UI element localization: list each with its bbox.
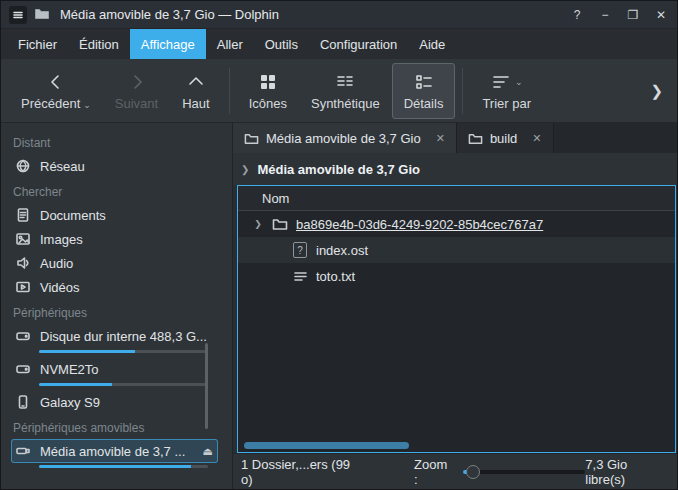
- eject-icon[interactable]: ⏏: [203, 445, 213, 458]
- tab-build[interactable]: build ✕: [457, 123, 554, 153]
- menu-aide[interactable]: Aide: [408, 29, 456, 59]
- sidebar-item-media-amovible[interactable]: Média amovible de 3,7 ... ⏏: [11, 439, 218, 463]
- zoom-slider-handle[interactable]: [466, 465, 480, 479]
- file-name: toto.txt: [316, 269, 355, 284]
- sidebar-device: NVME2To: [11, 357, 232, 390]
- help-button[interactable]: ?: [569, 7, 585, 23]
- breadcrumb-location[interactable]: Média amovible de 3,7 Gio: [257, 162, 420, 177]
- tab-bar: Média amovible de 3,7 Gio ✕ build ✕: [233, 123, 677, 153]
- zoom-label: Zoom :: [414, 457, 453, 487]
- sidebar-item-galaxy-s9[interactable]: Galaxy S9: [11, 390, 232, 414]
- status-bar: 1 Dossier,...ers (99 o) Zoom : 7,3 Gio l…: [233, 453, 677, 489]
- menu-edition[interactable]: Édition: [68, 29, 130, 59]
- menu-affichage[interactable]: Affichage: [130, 29, 206, 59]
- disk-usage-bar: [39, 465, 208, 468]
- folder-icon: [272, 216, 288, 233]
- table-row[interactable]: ? index.ost: [238, 237, 675, 263]
- maximize-button[interactable]: ❐: [625, 7, 641, 23]
- chevron-right-icon[interactable]: ❯: [241, 164, 249, 175]
- sidebar-item-videos[interactable]: Vidéos: [11, 275, 232, 299]
- usb-icon: [15, 443, 31, 459]
- sidebar-item-images[interactable]: Images: [11, 227, 232, 251]
- toolbar-separator: [462, 68, 463, 114]
- table-row[interactable]: toto.txt: [238, 263, 675, 289]
- sidebar-scrollbar[interactable]: [205, 343, 208, 429]
- dolphin-window: Média amovible de 3,7 Gio — Dolphin ? − …: [0, 0, 678, 490]
- sidebar-item-disque-dur[interactable]: Disque dur interne 488,3 G...: [11, 324, 232, 348]
- free-space-label: 7,3 Gio libre(s): [585, 457, 667, 487]
- harddisk-icon: [15, 361, 31, 377]
- column-header-nom[interactable]: Nom: [238, 186, 675, 211]
- images-icon: [15, 231, 31, 247]
- tab-close-icon[interactable]: ✕: [436, 132, 445, 145]
- compact-view-button[interactable]: Synthétique: [299, 63, 392, 119]
- dolphin-icon: [34, 5, 50, 24]
- places-panel: Distant Réseau Chercher Documents Images…: [1, 123, 233, 489]
- chevron-down-icon: ⌄: [83, 100, 91, 110]
- menu-aller[interactable]: Aller: [206, 29, 254, 59]
- videos-icon: [15, 279, 31, 295]
- sidebar-device: Disque dur interne 488,3 G...: [11, 324, 232, 357]
- chevron-down-icon: ⌄: [515, 77, 523, 87]
- icons-view-button[interactable]: Icônes: [237, 63, 299, 119]
- toolbar: Précédent⌄ Suivant Haut Icônes Synthétiq…: [1, 59, 677, 123]
- menu-outils[interactable]: Outils: [254, 29, 309, 59]
- harddisk-icon: [15, 328, 31, 344]
- disk-usage-bar: [39, 350, 208, 353]
- section-peripheriques: Périphériques: [13, 306, 232, 320]
- section-chercher: Chercher: [13, 185, 232, 199]
- compact-list-icon: [335, 72, 355, 92]
- back-button[interactable]: Précédent⌄: [9, 63, 103, 119]
- folder-icon: [468, 131, 483, 146]
- section-peripheriques-amovibles: Périphériques amovibles: [13, 421, 232, 435]
- window-body: Distant Réseau Chercher Documents Images…: [1, 123, 677, 489]
- app-menu-icon[interactable]: [9, 6, 27, 24]
- sort-icon: [491, 72, 511, 92]
- titlebar: Média amovible de 3,7 Gio — Dolphin ? − …: [1, 1, 677, 29]
- chevron-up-icon: [186, 72, 206, 92]
- file-name: index.ost: [316, 243, 368, 258]
- status-summary: 1 Dossier,...ers (99 o): [241, 457, 360, 487]
- breadcrumb: ❯ Média amovible de 3,7 Gio: [233, 153, 677, 185]
- details-view-button[interactable]: Détails: [392, 63, 456, 119]
- forward-button[interactable]: Suivant: [103, 63, 170, 119]
- chevron-right-icon: [127, 72, 147, 92]
- horizontal-scrollbar[interactable]: [244, 442, 409, 449]
- sidebar-item-nvme2to[interactable]: NVME2To: [11, 357, 232, 381]
- file-view: Nom ❯ ba869e4b-03d6-4249-9202-85b4cec767…: [237, 185, 676, 453]
- close-button[interactable]: ✕: [653, 7, 669, 23]
- toolbar-overflow-button[interactable]: ❯: [644, 82, 669, 100]
- menu-fichier[interactable]: Fichier: [7, 29, 68, 59]
- zoom-control: Zoom :: [414, 457, 585, 487]
- up-button[interactable]: Haut: [170, 63, 221, 119]
- network-icon: [15, 158, 31, 174]
- section-distant: Distant: [13, 136, 232, 150]
- audio-icon: [15, 255, 31, 271]
- menu-grid-icon: [13, 10, 23, 20]
- minimize-button[interactable]: −: [597, 7, 613, 23]
- sidebar-item-audio[interactable]: Audio: [11, 251, 232, 275]
- sidebar-item-reseau[interactable]: Réseau: [11, 154, 232, 178]
- chevron-left-icon: [46, 72, 66, 92]
- table-row[interactable]: ❯ ba869e4b-03d6-4249-9202-85b4cec767a7: [238, 211, 675, 237]
- folder-icon: [244, 131, 259, 146]
- toolbar-separator: [229, 68, 230, 114]
- window-title: Média amovible de 3,7 Gio — Dolphin: [60, 7, 279, 22]
- sort-by-button[interactable]: ⌄ Trier par: [470, 63, 543, 119]
- details-list-icon: [414, 72, 434, 92]
- menu-configuration[interactable]: Configuration: [309, 29, 408, 59]
- window-buttons: ? − ❐ ✕: [569, 7, 669, 23]
- sidebar-item-documents[interactable]: Documents: [11, 203, 232, 227]
- sidebar-device: Média amovible de 3,7 ... ⏏: [11, 439, 232, 472]
- expand-arrow-icon[interactable]: ❯: [252, 219, 264, 229]
- phone-icon: [15, 394, 31, 410]
- disk-usage-bar: [39, 383, 208, 386]
- documents-icon: [15, 207, 31, 223]
- tab-media-amovible[interactable]: Média amovible de 3,7 Gio ✕: [233, 123, 457, 153]
- tab-close-icon[interactable]: ✕: [532, 132, 541, 145]
- file-name: ba869e4b-03d6-4249-9202-85b4cec767a7: [296, 217, 543, 232]
- zoom-slider[interactable]: [463, 470, 586, 474]
- main-area: Média amovible de 3,7 Gio ✕ build ✕ ❯ Mé…: [233, 123, 677, 489]
- unknown-file-icon: ?: [292, 242, 308, 259]
- grid-icon: [258, 72, 278, 92]
